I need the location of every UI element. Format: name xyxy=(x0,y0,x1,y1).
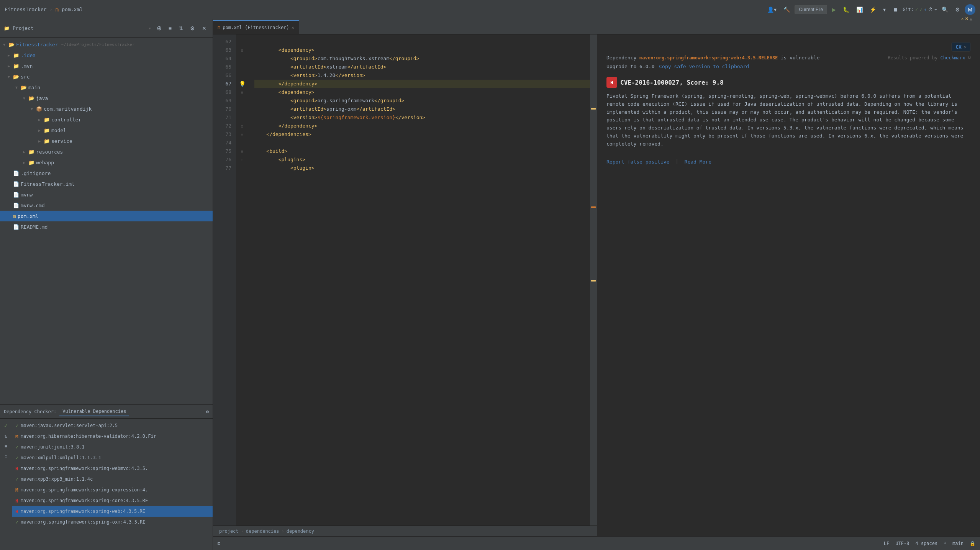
read-more-link[interactable]: Read More xyxy=(685,159,711,165)
dep-item-hibernate[interactable]: M maven:org.hibernate:hibernate-validato… xyxy=(12,431,213,442)
mvnwcmd-icon: 📄 xyxy=(13,203,19,208)
sidebar-content: ▼ 📂 FitnessTracker ~/IdeaProjects/Fitnes… xyxy=(0,38,213,404)
dep-item-web[interactable]: H maven:org.springframework:spring-web:4… xyxy=(12,506,213,517)
dep-tab-vulnerable[interactable]: Vulnerable Dependencies xyxy=(59,407,129,416)
status-encoding[interactable]: UTF-8 xyxy=(895,541,909,546)
tree-item-mvn[interactable]: ▶ 📁 .mvn xyxy=(0,61,213,71)
debug-btn[interactable]: 🐛 xyxy=(841,5,852,14)
gutter-73: ⊞ xyxy=(236,130,248,139)
settings-sidebar-btn[interactable]: ⚙ xyxy=(188,23,197,33)
checkmarx-logo-area: CX ✕ xyxy=(951,42,971,52)
java-label: java xyxy=(36,95,48,101)
tree-item-mvnw-cmd[interactable]: ▶ 📄 mvnw.cmd xyxy=(0,200,213,211)
checkmarx-link[interactable]: Checkmarx xyxy=(941,55,965,61)
add-file-btn[interactable]: ⊕ xyxy=(154,23,164,33)
dep-item-core[interactable]: H maven:org.springframework:spring-core:… xyxy=(12,495,213,506)
title-file-name: pom.xml xyxy=(62,7,83,12)
tree-root[interactable]: ▼ 📂 FitnessTracker ~/IdeaProjects/Fitnes… xyxy=(0,39,213,50)
avatar-btn[interactable]: M xyxy=(965,4,975,15)
gutter-68: ⊞ xyxy=(236,88,248,97)
tree-item-mvnw[interactable]: ▶ 📄 mvnw xyxy=(0,189,213,200)
dep-item-xmlpull[interactable]: ✓ maven:xmlpull:xmlpull:1.1.3.1 xyxy=(12,452,213,463)
app-name: FitnessTracker xyxy=(5,7,47,12)
tree-item-webapp[interactable]: ▶ 📁 webapp xyxy=(0,157,213,168)
dep-item-servlet[interactable]: ✓ maven:javax.servlet:servlet-api:2.5 xyxy=(12,420,213,431)
code-text-64: <groupId>com.thoughtworks.xstream</group… xyxy=(254,54,590,63)
coverage-btn[interactable]: 📊 xyxy=(854,5,865,14)
status-toggle-icon[interactable]: ⊡ xyxy=(218,541,220,546)
code-content[interactable]: <dependency> <groupId>com.thoughtworks.x… xyxy=(248,34,590,525)
dep-ok-icon: ✓ xyxy=(15,444,18,450)
current-file-btn[interactable]: Current File xyxy=(795,5,827,14)
tree-item-package[interactable]: ▼ 📦 com.maritvandijk xyxy=(0,103,213,114)
bc-sep-2: › xyxy=(282,529,284,534)
stop-btn[interactable]: ⏹ xyxy=(890,5,900,14)
run-config-btn[interactable]: 🔨 xyxy=(781,5,792,14)
more-run-btn[interactable]: ▾ xyxy=(881,5,888,14)
close-sidebar-btn[interactable]: ✕ xyxy=(200,23,209,33)
code-text-72: </dependency> xyxy=(254,122,590,130)
code-text-76: <plugins> xyxy=(254,156,590,164)
fold-73-icon[interactable]: ⊞ xyxy=(241,133,243,137)
search-btn[interactable]: 🔍 xyxy=(939,5,951,14)
checkmarx-close-btn[interactable]: ✕ xyxy=(964,44,967,50)
dep-item-webmvc[interactable]: H maven:org.springframework:spring-webmv… xyxy=(12,463,213,474)
dep-refresh-icon[interactable]: ↻ xyxy=(5,434,7,439)
bc-sep-1: › xyxy=(241,529,244,534)
dep-item-xpp3[interactable]: ✓ maven:xpp3:xpp3_min:1.1.4c xyxy=(12,474,213,485)
editor-tab-pom[interactable]: m pom.xml (FitnessTracker) ✕ xyxy=(213,20,299,34)
readme-icon: 📄 xyxy=(13,224,19,230)
collapse-btn[interactable]: ≡ xyxy=(166,23,174,33)
tree-item-resources[interactable]: ▶ 📁 resources xyxy=(0,146,213,157)
dep-settings-btn[interactable]: ⚙ xyxy=(206,409,209,414)
tab-close-icon[interactable]: ✕ xyxy=(292,25,294,30)
code-line-71: <version>${springframework.version}</ver… xyxy=(254,113,590,122)
tree-item-gitignore[interactable]: ▶ 📄 .gitignore xyxy=(0,168,213,178)
status-branch[interactable]: main xyxy=(952,541,964,546)
dep-item-oxm[interactable]: ✓ maven:org.springframework:spring-oxm:4… xyxy=(12,517,213,527)
status-spaces[interactable]: 4 spaces xyxy=(915,541,937,546)
tree-item-src[interactable]: ▼ 📂 src xyxy=(0,71,213,82)
copy-version-link[interactable]: Copy safe version to clipboard xyxy=(659,64,749,69)
bc-dependencies: dependencies xyxy=(246,529,279,534)
bulb-67-icon[interactable]: 💡 xyxy=(239,81,246,87)
settings-btn[interactable]: ⚙ xyxy=(953,5,962,14)
dep-item-expression[interactable]: M maven:org.springframework:spring-expre… xyxy=(12,485,213,495)
profile-btn[interactable]: ⚡ xyxy=(867,5,878,14)
tree-item-java[interactable]: ▼ 📂 java xyxy=(0,93,213,103)
fold-72-icon[interactable]: ⊞ xyxy=(241,124,243,128)
dep-item-junit[interactable]: ✓ maven:junit:junit:3.8.1 xyxy=(12,442,213,452)
tree-item-iml[interactable]: ▶ 📄 FitnessTracker.iml xyxy=(0,178,213,189)
dep-filter-icon[interactable]: ≡ xyxy=(5,444,7,449)
git-check1: ✓ xyxy=(915,7,918,12)
tree-item-controller[interactable]: ▶ 📁 controller xyxy=(0,114,213,125)
mvnwcmd-label: mvnw.cmd xyxy=(21,203,45,208)
fold-63-icon[interactable]: ⊞ xyxy=(241,48,243,52)
dep-web-label: maven:org.springframework:spring-web:4.3… xyxy=(21,509,145,514)
tree-item-idea[interactable]: ▶ 📁 .idea xyxy=(0,50,213,61)
code-line-66: <version>1.4.20</version> xyxy=(254,71,590,80)
expand-btn[interactable]: ⇅ xyxy=(176,23,185,33)
code-line-65: <artifactId>xstream</artifactId> xyxy=(254,63,590,71)
fold-76-icon[interactable]: ⊞ xyxy=(241,158,243,162)
tree-item-main[interactable]: ▼ 📂 main xyxy=(0,82,213,93)
code-text-71: <version>${springframework.version}</ver… xyxy=(254,113,590,122)
fold-68-icon[interactable]: ⊞ xyxy=(241,90,243,95)
dep-check-icon[interactable]: ✓ xyxy=(4,422,8,429)
dep-core-label: maven:org.springframework:spring-core:4.… xyxy=(21,498,148,503)
idea-label: .idea xyxy=(21,52,36,58)
user-icon-btn[interactable]: 👤▾ xyxy=(765,5,779,14)
git-check2: ✓ xyxy=(919,7,922,12)
folder-icon: 📁 xyxy=(4,26,10,31)
tree-item-model[interactable]: ▶ 📁 model xyxy=(0,125,213,136)
tree-item-readme[interactable]: ▶ 📄 README.md xyxy=(0,221,213,232)
status-lf[interactable]: LF xyxy=(884,541,889,546)
dep-sort-icon[interactable]: ↕ xyxy=(5,453,7,459)
tree-item-pom-xml[interactable]: ▶ m pom.xml xyxy=(0,211,213,221)
dep-webmvc-label: maven:org.springframework:spring-webmvc:… xyxy=(21,466,148,471)
run-btn[interactable]: ▶ xyxy=(829,5,838,14)
fold-75-icon[interactable]: ⊞ xyxy=(241,149,243,154)
line-num-63: 63 xyxy=(213,46,236,54)
tree-item-service[interactable]: ▶ 📁 service xyxy=(0,136,213,146)
report-false-positive-link[interactable]: Report false positive xyxy=(606,159,669,165)
